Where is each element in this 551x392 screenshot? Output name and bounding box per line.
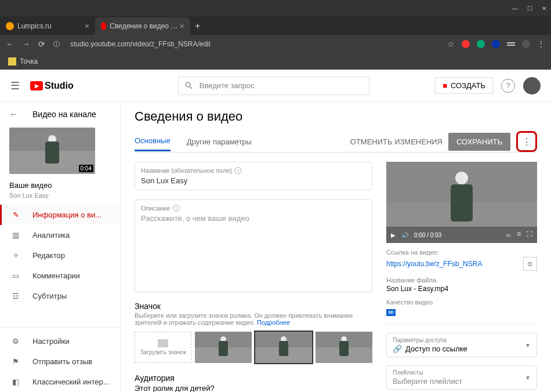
extension-icon[interactable] xyxy=(462,40,470,48)
more-link[interactable]: Подробнее xyxy=(257,319,290,326)
help-icon[interactable]: ? xyxy=(501,79,515,93)
browser-menu-icon[interactable]: ⋮ xyxy=(537,39,545,49)
nav-label: Настройки xyxy=(32,337,70,346)
tab-close-icon[interactable]: × xyxy=(180,21,184,31)
sidebar-item-settings[interactable]: ⚙ Настройки xyxy=(0,331,120,351)
reader-icon[interactable] xyxy=(507,42,515,46)
audience-question: Этот ролик для детей? xyxy=(135,384,372,392)
description-label: Описание ? xyxy=(141,205,366,212)
site-info-icon[interactable]: ⓘ xyxy=(53,40,60,49)
browser-tab-lumpics[interactable]: Lumpics.ru × xyxy=(0,17,95,35)
search-icon xyxy=(184,81,194,90)
thumb-figure xyxy=(45,141,59,164)
filename-label: Название файла xyxy=(386,277,537,284)
sidebar: ← Видео на канале 0:04 Ваше видео Son Lu… xyxy=(0,102,121,392)
hamburger-icon[interactable]: ☰ xyxy=(10,79,20,92)
chevron-down-icon: ▼ xyxy=(525,374,531,380)
search-input[interactable]: Введите запрос xyxy=(178,77,369,95)
sidebar-item-classic[interactable]: ◧ Классический интер... xyxy=(0,372,120,392)
filename-value: Son Lux - Easy.mp4 xyxy=(386,285,537,293)
help-icon[interactable]: ? xyxy=(173,205,180,212)
playlists-value: Выберите плейлист xyxy=(393,377,462,386)
thumbnail-option[interactable] xyxy=(195,332,252,363)
thumbnail-option[interactable] xyxy=(316,332,372,363)
tab-advanced[interactable]: Другие параметры xyxy=(187,133,252,151)
star-icon[interactable]: ☆ xyxy=(447,39,455,49)
feedback-icon: ⚑ xyxy=(9,357,22,366)
logo-text: Studio xyxy=(45,81,74,91)
back-to-videos[interactable]: ← Видео на канале xyxy=(0,106,120,123)
title-field[interactable]: Название (обязательное поле) ? Son Lux E… xyxy=(135,162,372,190)
playlists-label: Плейлисты xyxy=(393,369,531,376)
upload-thumbnail-button[interactable]: Загрузить значок xyxy=(135,332,191,363)
arrow-left-icon: ← xyxy=(9,109,19,119)
video-link[interactable]: https://youtu.be/z_FFsb_NSRA xyxy=(386,260,523,268)
nav-forward-icon[interactable]: → xyxy=(22,39,30,49)
visibility-select[interactable]: Параметры доступа 🔗 Доступ по ссылке ▼ xyxy=(386,333,537,357)
thumbnail-grid: Загрузить значок xyxy=(135,332,372,363)
audience-title: Аудитория xyxy=(135,373,372,383)
chart-icon: ▥ xyxy=(9,231,22,239)
back-label: Видео на канале xyxy=(32,110,96,119)
youtube-studio-logo[interactable]: ▶ Studio xyxy=(30,81,74,91)
player-controls: ▶ 🔊 0:00 / 0:03 ㏄ ⛭ ⛶ xyxy=(386,227,537,243)
tab-basic[interactable]: Основные xyxy=(135,132,171,151)
extension-icon[interactable] xyxy=(492,40,500,48)
video-thumbnail[interactable]: 0:04 xyxy=(9,128,95,174)
sidebar-item-subtitles[interactable]: ☲ Субтитры xyxy=(0,286,120,306)
upload-label: Загрузить значок xyxy=(140,349,186,355)
save-button[interactable]: СОХРАНИТЬ xyxy=(448,133,510,151)
pencil-icon: ✎ xyxy=(9,210,22,219)
window-close[interactable]: ✕ xyxy=(542,5,546,12)
bookmark-item[interactable]: Точка xyxy=(20,57,38,66)
cc-icon[interactable]: ㏄ xyxy=(506,231,512,239)
fullscreen-icon[interactable]: ⛶ xyxy=(527,231,532,239)
nav-reload-icon[interactable]: ⟳ xyxy=(38,39,45,49)
classic-icon: ◧ xyxy=(9,378,22,386)
preview-figure xyxy=(451,184,473,222)
help-icon[interactable]: ? xyxy=(234,167,241,174)
bookmarks-bar: Точка xyxy=(0,53,551,70)
svg-line-1 xyxy=(190,86,192,89)
sidebar-item-details[interactable]: ✎ Информация о ви... xyxy=(0,205,120,225)
settings-icon[interactable]: ⛭ xyxy=(516,231,522,239)
new-tab-button[interactable]: + xyxy=(195,21,200,31)
thumbnail-option-selected[interactable] xyxy=(255,332,312,363)
sidebar-item-comments[interactable]: ▭ Комментарии xyxy=(0,266,120,286)
nav-label: Отправить отзыв xyxy=(32,357,92,366)
description-field[interactable]: Описание ? Расскажите, о чем ваше видео xyxy=(135,199,372,292)
create-label: СОЗДАТЬ xyxy=(451,81,485,90)
title-value[interactable]: Son Lux Easy xyxy=(141,176,366,185)
more-options-button[interactable]: ⋮ xyxy=(516,131,537,152)
window-maximize[interactable]: ☐ xyxy=(527,5,532,12)
tab-title: Сведения о видео - YouTube Stu xyxy=(110,22,179,30)
sidebar-item-analytics[interactable]: ▥ Аналитика xyxy=(0,225,120,245)
sidebar-item-editor[interactable]: ✧ Редактор xyxy=(0,245,120,266)
tab-title: Lumpics.ru xyxy=(17,22,52,30)
url-field[interactable]: studio.youtube.com/video/z_FFsb_NSRA/edi… xyxy=(68,40,439,48)
window-minimize[interactable]: — xyxy=(512,5,518,12)
cancel-button[interactable]: ОТМЕНИТЬ ИЗМЕНЕНИЯ xyxy=(350,137,443,146)
video-preview[interactable]: ▶ 🔊 0:00 / 0:03 ㏄ ⛭ ⛶ xyxy=(386,162,537,243)
folder-icon xyxy=(8,57,16,66)
avatar[interactable] xyxy=(523,77,541,95)
browser-tab-youtube-studio[interactable]: Сведения о видео - YouTube Stu × xyxy=(95,17,190,35)
browser-tabs: Lumpics.ru × Сведения о видео - YouTube … xyxy=(0,16,551,35)
tab-close-icon[interactable]: × xyxy=(85,21,89,31)
studio-header: ☰ ▶ Studio Введите запрос ■ СОЗДАТЬ ? xyxy=(0,70,551,102)
nav-back-icon[interactable]: ← xyxy=(6,39,14,49)
comment-icon: ▭ xyxy=(9,271,22,280)
visibility-value: Доступ по ссылке xyxy=(405,344,467,353)
sidebar-video-subtitle: Son Lux Easy xyxy=(0,192,120,205)
profile-icon[interactable] xyxy=(522,40,530,48)
sidebar-item-feedback[interactable]: ⚑ Отправить отзыв xyxy=(0,351,120,372)
create-button[interactable]: ■ СОЗДАТЬ xyxy=(435,77,493,94)
volume-icon[interactable]: 🔊 xyxy=(401,232,408,238)
copy-button[interactable]: ⧉ xyxy=(523,257,537,271)
title-label: Название (обязательное поле) ? xyxy=(141,167,366,174)
cc-icon: ☲ xyxy=(9,292,22,300)
play-icon[interactable]: ▶ xyxy=(391,232,396,238)
extension-icon[interactable] xyxy=(477,40,485,48)
playlists-select[interactable]: Плейлисты Выберите плейлист ▼ xyxy=(386,365,537,390)
divider xyxy=(386,324,537,325)
